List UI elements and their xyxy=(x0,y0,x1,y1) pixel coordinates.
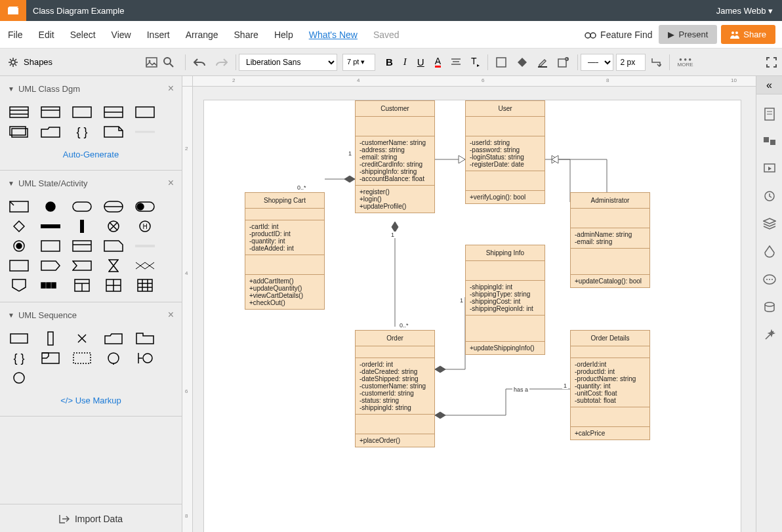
bold-button[interactable]: B xyxy=(381,49,398,75)
present-button[interactable]: ▶ Present xyxy=(659,25,717,44)
import-data-button[interactable]: Import Data xyxy=(0,504,182,532)
shape-initial[interactable] xyxy=(41,201,60,213)
shape-circle[interactable] xyxy=(104,352,123,364)
close-icon[interactable]: × xyxy=(168,177,174,189)
shape-hourglass[interactable] xyxy=(104,260,123,272)
shape-destroy[interactable] xyxy=(72,333,92,344)
canvas-area[interactable]: 246810 2468 xyxy=(182,76,756,532)
shape-note[interactable] xyxy=(104,126,123,138)
shape-bar-v[interactable] xyxy=(72,220,92,232)
comments-icon[interactable] xyxy=(763,136,776,150)
panel-header[interactable]: ▼UML Class Dgm× xyxy=(0,76,182,101)
shape-simple[interactable] xyxy=(135,106,155,118)
shape-folder[interactable] xyxy=(41,126,60,138)
shape-line[interactable] xyxy=(135,126,155,138)
shape-dashes[interactable] xyxy=(41,279,60,291)
share-button[interactable]: Share xyxy=(721,25,775,44)
collapse-button[interactable]: « xyxy=(756,76,782,94)
shape-table[interactable] xyxy=(72,279,92,291)
shape-toggle[interactable] xyxy=(135,201,155,213)
shape-class[interactable] xyxy=(9,106,29,118)
uml-cart[interactable]: Shopping Cart -cartId: int-productID: in… xyxy=(245,192,325,310)
shape-folder2[interactable] xyxy=(104,333,123,344)
shape-rect3[interactable] xyxy=(41,240,60,252)
shape-boundary[interactable] xyxy=(135,352,155,364)
redo-button[interactable] xyxy=(211,49,233,75)
menu-file[interactable]: File xyxy=(0,30,31,40)
text-color-button[interactable]: A xyxy=(430,49,446,75)
layers-icon[interactable] xyxy=(763,218,776,232)
menu-arrange[interactable]: Arrange xyxy=(178,30,226,40)
menu-whatsnew[interactable]: What's New xyxy=(301,30,365,40)
shape-history[interactable]: H xyxy=(135,220,155,232)
menu-select[interactable]: Select xyxy=(62,30,104,40)
shape-note2[interactable] xyxy=(104,240,123,252)
shape-tab[interactable] xyxy=(72,240,92,252)
shape-state[interactable] xyxy=(9,201,29,213)
fontsize-select[interactable]: 7 pt ▾ xyxy=(342,54,375,71)
shape-dashed[interactable] xyxy=(72,352,92,364)
shapes-panel-toggle[interactable]: Shapes xyxy=(0,49,182,75)
shape-entity[interactable] xyxy=(9,372,29,384)
shape-bar-h[interactable] xyxy=(41,220,60,232)
shape-end[interactable] xyxy=(9,240,29,252)
line-style-select[interactable]: ——— xyxy=(581,54,613,71)
use-markup-link[interactable]: </> Use Markup xyxy=(9,392,173,405)
shape-table2[interactable] xyxy=(135,279,155,291)
uml-customer[interactable]: Customer -customerName: string-address: … xyxy=(355,100,435,213)
uml-shipping[interactable]: Shipping Info -shippingId: int-shippingT… xyxy=(465,245,545,355)
auto-generate-link[interactable]: Auto-Generate xyxy=(9,146,173,159)
shape-final[interactable] xyxy=(104,220,123,232)
shape-frame[interactable] xyxy=(41,352,60,364)
align-button[interactable] xyxy=(446,49,466,75)
shape-braces2[interactable]: { } xyxy=(9,352,29,364)
shape-activation[interactable] xyxy=(41,333,60,344)
border-color-button[interactable] xyxy=(533,49,552,75)
close-icon[interactable]: × xyxy=(168,83,174,94)
shape-class2[interactable] xyxy=(41,106,60,118)
menu-edit[interactable]: Edit xyxy=(31,30,62,40)
underline-button[interactable]: U xyxy=(412,49,430,75)
fullscreen-button[interactable] xyxy=(761,49,782,75)
shape-grid[interactable] xyxy=(104,279,123,291)
shape-folder3[interactable] xyxy=(135,333,155,344)
notes-icon[interactable] xyxy=(764,108,775,123)
doc-title[interactable]: Class Diagram Example xyxy=(26,6,707,16)
menu-view[interactable]: View xyxy=(104,30,139,40)
shape-style-button[interactable] xyxy=(491,49,512,75)
page[interactable]: Customer -customerName: string-address: … xyxy=(203,100,741,532)
italic-button[interactable]: I xyxy=(398,49,412,75)
shape-braces[interactable]: { } xyxy=(72,126,92,138)
undo-button[interactable] xyxy=(188,49,211,75)
chat-icon[interactable] xyxy=(763,274,776,289)
line-route-button[interactable] xyxy=(646,49,667,75)
history-icon[interactable] xyxy=(764,190,775,205)
shape-package[interactable] xyxy=(9,126,29,138)
panel-header[interactable]: ▼UML State/Activity× xyxy=(0,171,182,195)
uml-admin[interactable]: Administrator -adminName: string-email: … xyxy=(570,192,650,288)
present-icon[interactable] xyxy=(763,163,776,177)
more-button[interactable]: ● ● ●MORE xyxy=(672,49,699,75)
shape-obj[interactable] xyxy=(9,333,29,344)
shape-rect[interactable] xyxy=(72,106,92,118)
uml-user[interactable]: User -userId: string-password: string-lo… xyxy=(465,100,545,204)
font-select[interactable]: Liberation Sans xyxy=(239,54,337,71)
image-icon[interactable] xyxy=(146,57,157,68)
user-menu[interactable]: James Webb ▾ xyxy=(707,6,782,16)
feature-find[interactable]: Feature Find xyxy=(578,30,659,40)
uml-details[interactable]: Order Details -orderId:int-productId: in… xyxy=(570,330,650,440)
panel-header[interactable]: ▼UML Sequence× xyxy=(0,302,182,327)
shape-options-button[interactable] xyxy=(552,49,575,75)
search-icon[interactable] xyxy=(163,56,175,68)
uml-order[interactable]: Order -orderId: int-dateCreated: string-… xyxy=(355,330,435,447)
menu-insert[interactable]: Insert xyxy=(139,30,178,40)
menu-share[interactable]: Share xyxy=(226,30,266,40)
app-logo[interactable] xyxy=(0,0,26,21)
shape-rounded2[interactable] xyxy=(104,201,123,213)
shape-line2[interactable] xyxy=(135,240,155,252)
menu-help[interactable]: Help xyxy=(266,30,301,40)
shape-interface[interactable] xyxy=(104,106,123,118)
shape-decision[interactable] xyxy=(9,220,29,232)
fill-button[interactable] xyxy=(512,49,533,75)
shape-receive[interactable] xyxy=(72,260,92,272)
